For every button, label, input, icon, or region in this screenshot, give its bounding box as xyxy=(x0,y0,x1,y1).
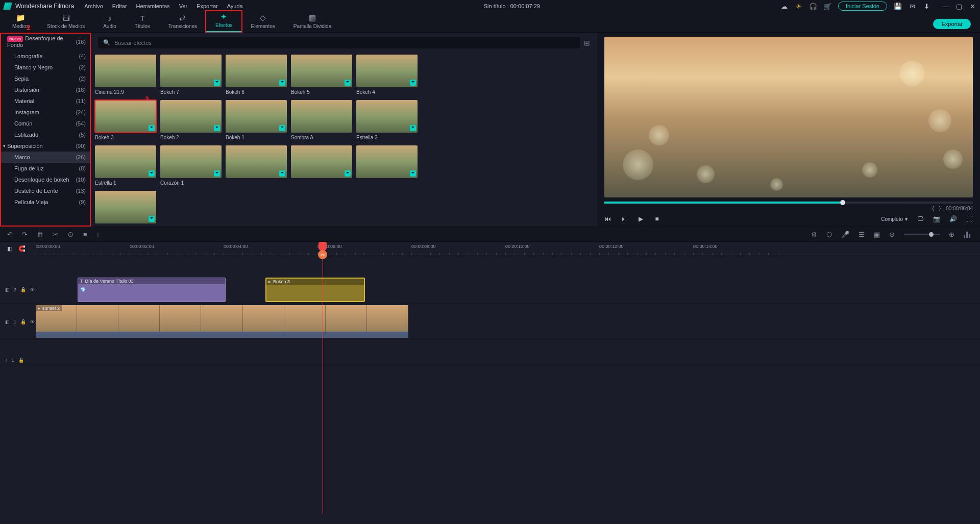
effect-thumbnail[interactable] xyxy=(356,145,418,178)
category-item[interactable]: Marco(26) xyxy=(0,152,91,163)
menu-view[interactable]: Ver xyxy=(179,3,188,9)
effect-item[interactable]: Bokeh 3 xyxy=(95,100,156,140)
download-badge-icon[interactable] xyxy=(149,170,155,177)
cloud-icon[interactable]: ☁ xyxy=(781,3,788,10)
mail-icon[interactable]: ✉ xyxy=(909,3,916,10)
tab-elements[interactable]: ◇Elementos xyxy=(241,12,284,32)
effect-item[interactable] xyxy=(95,191,156,226)
category-item[interactable]: Distorsión(18) xyxy=(0,84,91,95)
minimize-icon[interactable]: — xyxy=(942,3,949,10)
menu-tools[interactable]: Herramientas xyxy=(136,3,170,9)
preview-canvas[interactable] xyxy=(604,37,973,197)
category-item[interactable]: Blanco y Negro(2) xyxy=(0,62,91,73)
effect-item[interactable]: Bokeh 2 xyxy=(160,100,222,140)
tab-transitions[interactable]: ⇄Transiciones xyxy=(159,12,206,32)
effect-thumbnail[interactable] xyxy=(160,145,222,178)
prev-frame-icon[interactable]: ⏮ xyxy=(604,215,611,222)
delete-icon[interactable]: 🗑 xyxy=(37,231,43,238)
effect-thumbnail[interactable] xyxy=(95,191,156,223)
effect-item[interactable]: Bokeh 4 xyxy=(356,55,418,95)
snapshot-icon[interactable]: 📷 xyxy=(933,215,940,222)
category-item[interactable]: Material(11) xyxy=(0,95,91,107)
effect-thumbnail[interactable] xyxy=(160,100,222,133)
clip-effect[interactable]: ▸Bokeh 3 xyxy=(265,278,365,302)
play-pause-icon[interactable]: ⏯ xyxy=(621,215,628,222)
render-icon[interactable]: ⚙ xyxy=(811,231,817,238)
zoom-in-icon[interactable]: ⊕ xyxy=(949,231,954,238)
effect-thumbnail[interactable] xyxy=(226,100,287,133)
effect-thumbnail[interactable] xyxy=(226,55,287,87)
effect-item[interactable]: Bokeh 1 xyxy=(226,100,287,140)
tab-media[interactable]: 📁Medios xyxy=(3,12,38,32)
download-badge-icon[interactable] xyxy=(345,80,351,86)
quality-dropdown[interactable]: Completo▾ xyxy=(881,216,908,222)
adjust-icon[interactable]: ≡ xyxy=(83,231,87,238)
marker-icon[interactable]: ⬡ xyxy=(826,231,832,238)
effect-item[interactable] xyxy=(291,145,352,186)
effect-item[interactable]: Sombra A xyxy=(291,100,352,140)
category-item[interactable]: Película Vieja(9) xyxy=(0,196,91,208)
login-button[interactable]: Iniciar Sesión xyxy=(838,2,887,11)
display-icon[interactable]: 🖵 xyxy=(917,215,924,222)
effect-thumbnail[interactable] xyxy=(291,100,352,133)
visibility-icon[interactable]: 👁 xyxy=(30,287,35,292)
lock-icon[interactable]: 🔓 xyxy=(18,358,24,363)
category-item[interactable]: Instagram(24) xyxy=(0,107,91,118)
clip-video[interactable]: ▸sunset 2 xyxy=(36,305,408,338)
menu-export[interactable]: Exportar xyxy=(197,3,218,9)
search-input[interactable]: 🔍 Buscar efectos xyxy=(98,37,580,48)
cut-icon[interactable]: ✂ xyxy=(53,231,58,238)
marker-in-icon[interactable]: { xyxy=(932,206,934,211)
download-icon[interactable]: ⬇ xyxy=(923,3,930,10)
effect-thumbnail[interactable] xyxy=(95,145,156,178)
tab-stock[interactable]: 🎞Stock de Medios xyxy=(38,13,94,32)
playhead[interactable]: ✂ xyxy=(323,242,323,514)
menu-file[interactable]: Archivo xyxy=(84,3,103,9)
download-badge-icon[interactable] xyxy=(279,125,285,131)
effect-thumbnail[interactable] xyxy=(356,100,418,133)
download-badge-icon[interactable] xyxy=(410,170,416,177)
category-item[interactable]: Lomografía(4) xyxy=(0,51,91,62)
zoom-fit-icon[interactable] xyxy=(964,231,973,238)
effect-item[interactable]: Bokeh 5 xyxy=(291,55,352,95)
volume-icon[interactable]: 🔊 xyxy=(949,215,957,222)
cart-icon[interactable]: 🛒 xyxy=(824,3,831,10)
effect-item[interactable]: Corazón 1 xyxy=(160,145,222,186)
headphones-icon[interactable]: 🎧 xyxy=(810,3,817,10)
sun-icon[interactable]: ☀ xyxy=(795,3,802,10)
category-item[interactable]: Estilizado(5) xyxy=(0,129,91,140)
download-badge-icon[interactable] xyxy=(410,80,416,86)
track-manage-icon[interactable]: ◧ xyxy=(7,245,12,252)
download-badge-icon[interactable] xyxy=(149,216,155,222)
lock-icon[interactable]: 🔓 xyxy=(20,287,26,292)
audio-icon[interactable]: ⫿ xyxy=(96,231,100,238)
split-tool-icon[interactable]: ✂ xyxy=(318,250,327,259)
category-item[interactable]: Fuga de luz(8) xyxy=(0,163,91,174)
undo-icon[interactable]: ↶ xyxy=(7,231,13,238)
grid-view-icon[interactable]: ⊞ xyxy=(584,39,590,47)
category-item[interactable]: Común(54) xyxy=(0,118,91,129)
download-badge-icon[interactable] xyxy=(214,125,220,131)
effect-thumbnail[interactable] xyxy=(291,145,352,178)
visibility-icon[interactable]: 👁 xyxy=(30,319,35,325)
category-item[interactable]: NuevoDesenfoque de Fondo(16) xyxy=(0,33,91,51)
timeline-ruler[interactable]: 00:00:00:0000:00:02:0000:00:04:0000:00:0… xyxy=(36,242,980,255)
maximize-icon[interactable]: ▢ xyxy=(955,3,963,10)
tab-titles[interactable]: TTítulos xyxy=(126,13,159,32)
snap-icon[interactable]: 🧲 xyxy=(18,245,26,252)
effect-thumbnail[interactable] xyxy=(226,145,287,178)
effect-thumbnail[interactable] xyxy=(291,55,352,87)
download-badge-icon[interactable] xyxy=(279,170,285,177)
effect-thumbnail[interactable] xyxy=(95,55,156,87)
effect-item[interactable] xyxy=(226,145,287,186)
fullscreen-icon[interactable]: ⛶ xyxy=(966,215,973,222)
download-badge-icon[interactable] xyxy=(345,170,351,177)
mixer-icon[interactable]: ☰ xyxy=(859,231,865,238)
effect-item[interactable]: Bokeh 7 xyxy=(160,55,222,95)
preview-scrubber[interactable] xyxy=(604,202,973,204)
menu-help[interactable]: Ayuda xyxy=(227,3,243,9)
effect-item[interactable]: Estrella 1 xyxy=(95,145,156,186)
category-item[interactable]: Sepia(2) xyxy=(0,73,91,84)
marker-out-icon[interactable]: } xyxy=(939,206,941,211)
download-badge-icon[interactable] xyxy=(410,125,416,131)
